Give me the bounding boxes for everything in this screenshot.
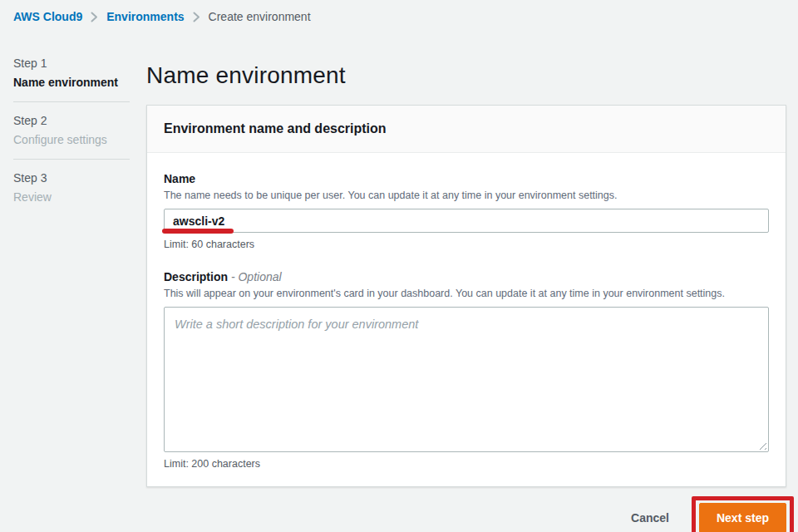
step-divider	[13, 101, 130, 102]
name-limit-text: Limit: 60 characters	[164, 239, 769, 250]
breadcrumb-current-page: Create environment	[209, 10, 311, 23]
optional-suffix-text: - Optional	[231, 270, 282, 283]
description-limit-text: Limit: 200 characters	[164, 458, 769, 470]
wizard-footer-actions: Cancel Next step	[146, 503, 786, 532]
environment-name-input[interactable]	[164, 209, 769, 233]
breadcrumb: AWS Cloud9 Environments Create environme…	[13, 10, 311, 23]
description-label: Description - Optional	[164, 269, 769, 284]
breadcrumb-aws-cloud9[interactable]: AWS Cloud9	[13, 10, 82, 23]
description-label-text: Description	[164, 270, 228, 283]
next-step-button[interactable]: Next step	[699, 503, 786, 532]
breadcrumb-environments[interactable]: Environments	[106, 10, 184, 23]
name-label: Name	[164, 171, 769, 186]
step-divider	[13, 159, 130, 160]
wizard-step-3: Step 3 Review	[13, 171, 130, 204]
environment-description-textarea[interactable]	[164, 307, 769, 452]
description-field-group: Description - Optional This will appear …	[164, 269, 769, 470]
step-number-label: Step 2	[13, 114, 130, 127]
name-field-group: Name The name needs to be unique per use…	[164, 171, 769, 250]
wizard-step-2: Step 2 Configure settings	[13, 114, 130, 146]
chevron-right-icon	[91, 12, 98, 22]
step-title-review: Review	[13, 190, 130, 204]
step-number-label: Step 1	[13, 57, 130, 70]
environment-name-card: Environment name and description Name Th…	[146, 105, 786, 487]
chevron-right-icon	[193, 12, 200, 22]
main-content: Name environment Environment name and de…	[146, 58, 786, 532]
page-title: Name environment	[146, 63, 786, 87]
card-header: Environment name and description	[147, 106, 786, 153]
name-help-text: The name needs to be unique per user. Yo…	[164, 189, 769, 202]
wizard-steps-sidebar: Step 1 Name environment Step 2 Configure…	[13, 57, 130, 204]
step-number-label: Step 3	[13, 171, 130, 185]
step-title-name-environment: Name environment	[13, 76, 130, 89]
description-help-text: This will appear on your environment's c…	[164, 287, 769, 300]
step-title-configure-settings: Configure settings	[13, 133, 130, 146]
card-body: Name The name needs to be unique per use…	[147, 153, 786, 486]
wizard-step-1: Step 1 Name environment	[13, 57, 130, 89]
optional-suffix: - Optional	[231, 270, 282, 283]
cancel-button[interactable]: Cancel	[626, 510, 674, 525]
